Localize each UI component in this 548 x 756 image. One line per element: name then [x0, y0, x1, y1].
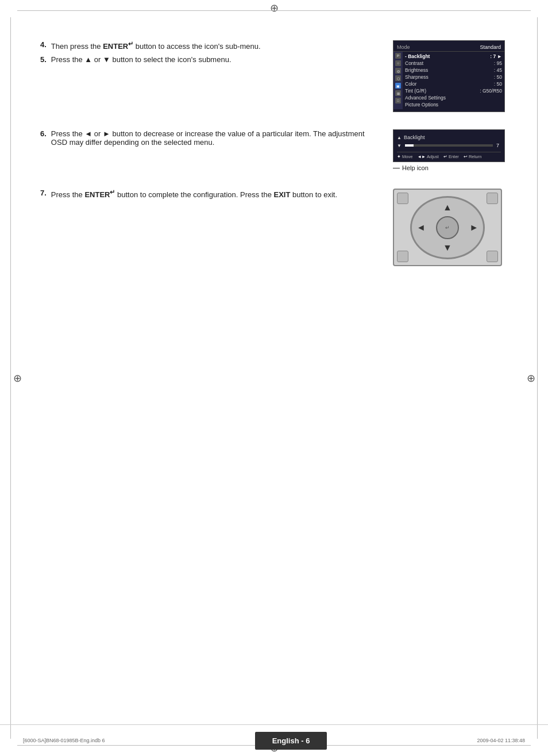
help-move: ✦ Move — [397, 154, 412, 159]
remote-dpad: ▲ ▼ ◄ ► ↵ — [410, 196, 485, 259]
exit-bold-7: EXIT — [274, 190, 291, 199]
step-6-section: 6. Press the ◄ or ► button to decrease o… — [40, 129, 508, 171]
page-footer: [6000-SA]BN68-01985B-Eng.indb 6 English … — [0, 724, 548, 756]
step-7-section: 7. Press the ENTER↵ button to complete t… — [40, 189, 508, 266]
osd-brightness-label: Brightness — [405, 67, 428, 73]
step-7-line: 7. Press the ENTER↵ button to complete t… — [40, 189, 381, 199]
osd-item-color: Color : 50 — [405, 80, 502, 87]
osd-item-backlight: - Backlight : 7 ► — [405, 53, 502, 60]
enter-sup-4: ↵ — [128, 40, 133, 47]
step-4-5-text: 4. Then press the ENTER↵ button to acces… — [40, 40, 393, 67]
osd-menu-widget: Mode Standard P ○ ◎ ⬡ ▣ ⊞ □ — [393, 40, 505, 112]
help-return: ↩ Return — [464, 154, 482, 159]
step-6-text: 6. Press the ◄ or ► button to decrease o… — [40, 129, 393, 150]
remote-down-arrow-icon: ▼ — [443, 243, 452, 253]
osd-backlight-label: - Backlight — [405, 53, 430, 59]
enter-bold-4: ENTER↵ — [103, 42, 133, 51]
step-5-text: Press the ▲ or ▼ button to select the ic… — [51, 55, 231, 64]
help-icon-caption: Help icon — [393, 164, 508, 171]
step-6-number: 6. — [40, 129, 47, 138]
osd-tint-label: Tint (G/R) — [405, 88, 426, 94]
step-5-number: 5. — [40, 55, 47, 64]
step-6-body: Press the ◄ or ► button to decrease or i… — [51, 129, 381, 147]
enter-icon: ↵ — [443, 154, 447, 159]
backlight-label-row: ▲ Backlight — [397, 135, 501, 140]
main-content: 4. Then press the ENTER↵ button to acces… — [17, 17, 531, 722]
osd-items-column: - Backlight : 7 ► Contrast : 95 Brightne… — [403, 52, 504, 109]
enter-sup-7: ↵ — [110, 189, 115, 195]
step-7-text: 7. Press the ENTER↵ button to complete t… — [40, 189, 393, 202]
remote-corner-tl — [397, 193, 408, 204]
step-4-5-section: 4. Then press the ENTER↵ button to acces… — [40, 40, 508, 112]
osd-item-sharpness: Sharpness : 50 — [405, 74, 502, 80]
remote-center-button: ↵ — [436, 216, 459, 239]
border-right — [537, 17, 538, 739]
osd-icon-3: ◎ — [395, 68, 401, 74]
osd-item-picture: Picture Options — [405, 101, 502, 108]
osd-sharpness-label: Sharpness — [405, 74, 429, 80]
reg-mark-top-center: ⊕ — [268, 2, 280, 14]
backlight-slider-value: 7 — [496, 143, 501, 148]
osd-mode-value: Standard — [480, 44, 501, 50]
move-icon: ✦ — [397, 154, 401, 159]
osd-icon-1: P — [395, 53, 401, 59]
backlight-slider-section: ▲ Backlight ▼ 7 ✦ Move ◄► Adjust ↵ Enter… — [393, 129, 508, 171]
backlight-up-arrow-icon: ▲ — [397, 135, 402, 140]
osd-advanced-label: Advanced Settings — [405, 95, 446, 101]
osd-backlight-value: : 7 ► — [490, 53, 502, 59]
remote-corner-br — [487, 251, 498, 262]
step-6-line: 6. Press the ◄ or ► button to decrease o… — [40, 129, 381, 147]
osd-color-label: Color — [405, 81, 416, 87]
help-caption-text: Help icon — [402, 164, 429, 171]
osd-icon-6: ⊞ — [395, 90, 401, 96]
step-4-line: 4. Then press the ENTER↵ button to acces… — [40, 40, 381, 51]
backlight-slider-track — [405, 144, 493, 147]
remote-enter-icon: ↵ — [445, 225, 450, 231]
remote-corner-tr — [487, 193, 498, 204]
osd-item-advanced: Advanced Settings — [405, 94, 502, 101]
osd-brightness-value: : 45 — [494, 67, 502, 73]
backlight-help-bar: ✦ Move ◄► Adjust ↵ Enter ↩ Return — [397, 152, 501, 159]
footer-right-text: 2009-04-02 11:38:48 — [477, 738, 525, 743]
backlight-down-arrow-icon: ▼ — [397, 143, 402, 148]
backlight-label-text: Backlight — [404, 135, 425, 140]
step-5-line: 5. Press the ▲ or ▼ button to select the… — [40, 55, 381, 64]
osd-menu-image: Mode Standard P ○ ◎ ⬡ ▣ ⊞ □ — [393, 40, 508, 112]
osd-sharpness-value: : 50 — [494, 74, 502, 80]
step-4-text: Then press the ENTER↵ button to access t… — [51, 40, 261, 51]
remote-control-image: ▲ ▼ ◄ ► ↵ — [393, 189, 502, 266]
osd-picture-label: Picture Options — [405, 102, 438, 108]
osd-icon-5-active: ▣ — [395, 83, 401, 89]
border-top — [17, 10, 531, 11]
osd-item-tint: Tint (G/R) : G50/R50 — [405, 87, 502, 94]
osd-icons-column: P ○ ◎ ⬡ ▣ ⊞ □ — [393, 52, 403, 109]
border-left — [10, 17, 11, 739]
help-line-decoration — [393, 168, 400, 168]
step-4-number: 4. — [40, 40, 47, 49]
return-icon: ↩ — [464, 154, 468, 159]
remote-corner-bl — [397, 251, 408, 262]
osd-item-contrast: Contrast : 95 — [405, 60, 502, 67]
osd-mode-label: Mode — [397, 44, 410, 50]
footer-left-text: [6000-SA]BN68-01985B-Eng.indb 6 — [23, 738, 105, 743]
osd-tint-value: : G50/R50 — [480, 88, 502, 94]
help-adjust: ◄► Adjust — [417, 154, 438, 159]
remote-left-arrow-icon: ◄ — [416, 222, 426, 233]
backlight-osd-widget: ▲ Backlight ▼ 7 ✦ Move ◄► Adjust ↵ Enter… — [393, 129, 505, 162]
remote-image-section: ▲ ▼ ◄ ► ↵ — [393, 189, 508, 266]
step-7-number: 7. — [40, 189, 47, 197]
osd-menu-header: Mode Standard — [393, 43, 504, 52]
osd-menu-body: P ○ ◎ ⬡ ▣ ⊞ □ - Backlight : 7 ► — [393, 52, 504, 109]
osd-icon-4: ⬡ — [395, 75, 401, 81]
step-7-body: Press the ENTER↵ button to complete the … — [51, 189, 337, 199]
remote-up-arrow-icon: ▲ — [443, 202, 452, 213]
help-enter: ↵ Enter — [443, 154, 459, 159]
osd-contrast-value: : 95 — [494, 60, 502, 66]
footer-page-label: English - 6 — [255, 732, 327, 750]
osd-contrast-label: Contrast — [405, 60, 423, 66]
osd-color-value: : 50 — [494, 81, 502, 87]
enter-bold-7: ENTER↵ — [84, 190, 115, 199]
osd-icon-2: ○ — [395, 60, 401, 66]
backlight-slider-filled — [405, 144, 414, 147]
backlight-slider-row: ▼ 7 — [397, 143, 501, 148]
